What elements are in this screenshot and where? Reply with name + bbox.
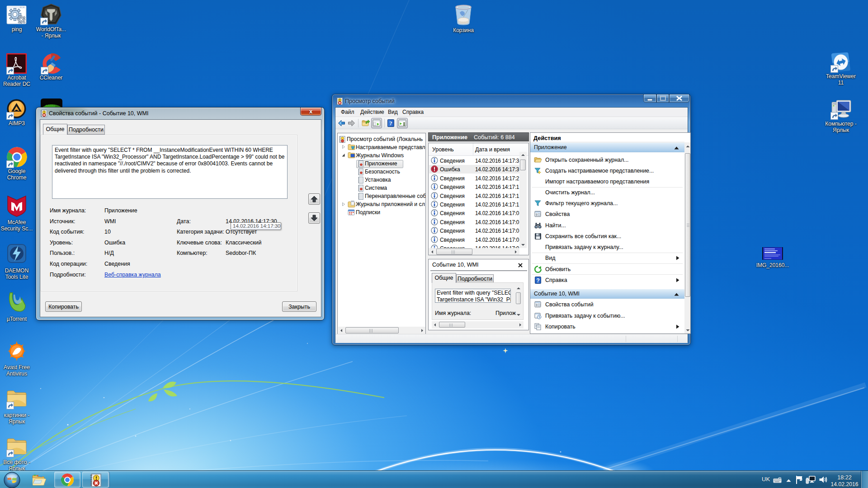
svg-text:?: ? (389, 120, 392, 127)
svg-text:?: ? (536, 277, 540, 284)
